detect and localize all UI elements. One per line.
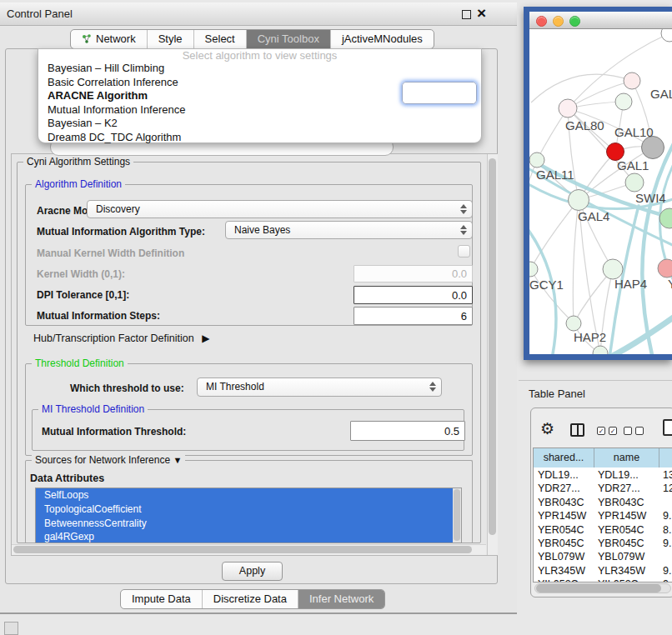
table-row[interactable]: YBR043C YBR043C — [534, 496, 672, 509]
new-table-icon[interactable] — [663, 419, 672, 436]
minimize-window-button[interactable] — [553, 16, 564, 27]
apply-button[interactable]: Apply — [222, 562, 283, 581]
list-item[interactable]: TopologicalCoefficient — [36, 502, 461, 517]
tab-impute-data-label: Impute Data — [132, 590, 191, 608]
list-item[interactable]: gal4RGexp — [36, 530, 461, 543]
dpi-tolerance-input[interactable] — [354, 286, 473, 304]
mi-algorithm-type-select[interactable]: Naive Bayes — [225, 221, 473, 239]
table-row[interactable]: YBL079W YBL079W — [534, 550, 672, 563]
table-row[interactable]: YDL19... YDL19... 13 — [534, 468, 672, 482]
node-pink-upper[interactable] — [624, 72, 640, 89]
hub-definition-expander[interactable]: Hub/Transcription Factor Definition ▶ — [33, 332, 209, 344]
node-gal80[interactable] — [559, 99, 577, 118]
select-all-checks-icon[interactable]: ✓ — [597, 427, 605, 435]
algorithm-definition-title: Algorithm Definition — [32, 178, 125, 190]
tab-jactivemnodules[interactable]: jActiveMNodules — [330, 30, 434, 48]
window-grip-icon[interactable] — [4, 622, 18, 635]
kernel-width-input[interactable] — [354, 265, 473, 282]
column-header-extra[interactable] — [659, 448, 672, 468]
float-panel-button[interactable] — [462, 10, 471, 19]
node-salmon[interactable] — [658, 259, 672, 278]
node-gal11[interactable] — [529, 152, 544, 168]
select-all-checks-icon[interactable]: ✓ — [609, 427, 617, 435]
column-header-name[interactable]: name — [594, 448, 659, 468]
cell: YDR27... — [598, 482, 640, 495]
network-canvas[interactable]: GAL GAL80 GAL10 GAL1 GAL11 SWI4 GAL4 GCY… — [529, 29, 672, 354]
attributes-list-scrollbar-thumb[interactable] — [454, 489, 460, 541]
network-window-titlebar[interactable] — [529, 12, 672, 29]
table-row[interactable]: YDR27... YDR27... 12 — [534, 482, 672, 495]
node-hap2[interactable] — [566, 316, 581, 331]
data-attributes-list[interactable]: SelfLoops TopologicalCoefficient Between… — [35, 488, 462, 543]
stepper-icon — [460, 204, 467, 214]
network-node-labels: GAL GAL80 GAL10 GAL1 GAL11 SWI4 GAL4 GCY… — [529, 87, 672, 344]
node-label: GAL11 — [536, 168, 574, 182]
manual-kernel-width-checkbox[interactable] — [458, 245, 470, 258]
list-item[interactable]: SelfLoops — [36, 488, 461, 502]
node-gal4[interactable] — [569, 190, 589, 211]
cell: 9. — [663, 564, 671, 578]
collapse-down-icon[interactable]: ▼ — [173, 455, 182, 465]
clear-checks-icon[interactable] — [635, 427, 644, 435]
focused-combo-fragment[interactable] — [402, 82, 477, 104]
cyni-algorithm-settings-title: Cyni Algorithm Settings — [23, 156, 133, 168]
sources-title: Sources for Network Inference — [35, 454, 170, 466]
node-gal1[interactable] — [625, 173, 644, 192]
control-panel-titlebar[interactable] — [0, 2, 517, 26]
vertical-scrollbar-thumb[interactable] — [489, 158, 496, 535]
close-panel-icon[interactable]: × — [477, 3, 486, 23]
algorithm-option[interactable]: Bayesian – Hill Climbing — [38, 62, 481, 76]
threshold-definition-title: Threshold Definition — [32, 358, 128, 369]
expand-right-icon[interactable]: ▶ — [202, 332, 209, 344]
tab-discretize-data[interactable]: Discretize Data — [202, 590, 298, 608]
algorithm-option[interactable]: Mutual Information Inference — [38, 103, 481, 118]
tab-cyni-toolbox[interactable]: Cyni Toolbox — [246, 30, 330, 48]
tab-style[interactable]: Style — [147, 30, 193, 48]
column-header-shared-name[interactable]: shared... — [534, 448, 594, 468]
cell: YBR043C — [598, 496, 644, 509]
close-window-button[interactable] — [536, 16, 547, 27]
tab-infer-network[interactable]: Infer Network — [298, 590, 384, 608]
mi-threshold-input[interactable] — [350, 421, 465, 441]
tab-network[interactable]: Network — [71, 30, 147, 48]
manual-kernel-width-label: Manual Kernel Width Definition — [37, 248, 184, 259]
horizontal-scrollbar-thumb[interactable] — [13, 546, 472, 553]
table-row[interactable]: YPR145W YPR145W 9. — [534, 509, 672, 522]
tab-impute-data[interactable]: Impute Data — [121, 590, 202, 608]
node-gcy1[interactable] — [529, 262, 538, 277]
node-label: GAL4 — [578, 209, 609, 223]
sources-title-row[interactable]: Sources for Network Inference ▼ — [32, 454, 185, 466]
algorithm-option[interactable]: Bayesian – K2 — [38, 117, 481, 131]
control-panel-title: Control Panel — [7, 2, 73, 26]
clear-checks-icon[interactable] — [624, 427, 632, 435]
tab-network-label: Network — [96, 30, 136, 48]
table-settings-gear-icon[interactable]: ⚙ — [540, 420, 554, 438]
cell: YBL079W — [598, 550, 644, 563]
mi-steps-input[interactable] — [354, 307, 473, 325]
table-row[interactable]: YLR345W YLR345W 9. — [534, 564, 672, 578]
mi-threshold-definition-title: MI Threshold Definition — [38, 403, 148, 415]
table-row[interactable]: YBR045C YBR045C 9. — [534, 537, 672, 550]
list-item[interactable]: BetweennessCentrality — [36, 517, 461, 531]
algorithm-option[interactable]: Dream8 DC_TDC Algorithm — [38, 131, 481, 145]
cell: YDL19... — [598, 468, 639, 482]
tab-select[interactable]: Select — [193, 30, 246, 48]
tab-select-label: Select — [205, 30, 235, 48]
node-top-white[interactable] — [661, 29, 672, 42]
cell: YPR145W — [538, 509, 586, 522]
table-row[interactable]: YER054C YER054C 8. — [534, 523, 672, 537]
cell: YBR045C — [538, 537, 584, 550]
aracne-mode-select[interactable]: Discovery — [87, 200, 473, 218]
zoom-window-button[interactable] — [569, 16, 580, 27]
node-bottom[interactable] — [593, 346, 608, 354]
cell: YER054C — [598, 523, 644, 537]
table-scrollbar-thumb[interactable] — [536, 584, 661, 592]
algorithm-dropdown-placeholder: Select algorithm to view settings — [38, 49, 481, 62]
cell: 12 — [663, 482, 672, 495]
node-gal10[interactable] — [615, 93, 632, 110]
cell: YPR145W — [598, 509, 646, 522]
which-threshold-select[interactable]: MI Threshold — [197, 378, 442, 397]
cell: YBL079W — [538, 550, 584, 563]
table-row[interactable]: YIL052C YIL052C 9 — [534, 578, 672, 582]
node-gray[interactable] — [642, 137, 664, 159]
